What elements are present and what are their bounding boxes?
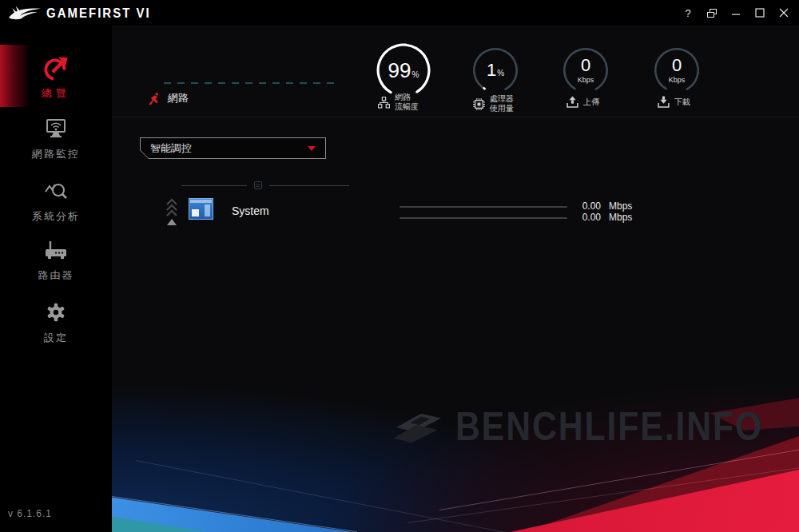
gauge-unit: Kbps [578,76,594,84]
gauge-label-line1: 上傳 [583,97,599,108]
gauge-network-smoothness: 99 % [374,41,433,100]
titlebar: GAMEFIRST VI ? [0,0,799,26]
network-section-text: 網路 [168,91,189,105]
list-divider [181,181,349,190]
download-rate-bar [400,217,567,219]
window-controls: ? [679,4,799,22]
network-monitor-icon [0,115,112,142]
sidebar: 總覽 網路監控 系統分析 [0,26,112,532]
router-icon [0,236,112,264]
gauge-value: 0 [672,57,682,74]
system-analysis-icon [0,177,112,204]
sidebar-item-network-monitor[interactable]: 網路監控 [0,115,112,161]
always-on-top-icon[interactable] [703,4,721,22]
cpu-icon [473,98,485,110]
close-icon[interactable] [775,4,793,22]
sidebar-item-system-analysis[interactable]: 系統分析 [0,177,112,224]
sidebar-item-label: 總覽 [0,86,112,101]
sidebar-item-label: 路由器 [0,268,112,283]
upload-rate-unit: Mbps [609,200,632,212]
download-rate-value: 0.00 [572,212,601,223]
sidebar-item-settings[interactable]: 設定 [0,299,112,345]
gauge-unit: % [412,69,419,81]
gauge-label-line2: 流暢度 [395,102,419,112]
network-nodes-icon [378,97,390,109]
gauge-cpu-usage: 1 % [471,46,520,95]
gauge-label-line2: 使用量 [490,104,514,113]
app-title: GAMEFIRST VI [46,6,151,20]
upload-rate-bar [400,206,567,208]
priority-control[interactable] [165,198,178,230]
runner-icon [147,92,161,105]
divider-badge-icon [253,181,263,190]
gauge-upload: 0 Kbps [561,46,610,95]
sidebar-item-router[interactable]: 路由器 [0,236,112,283]
section-dashed-line [164,82,334,84]
app-version: v 6.1.6.1 [8,508,52,519]
watermark-text: BENCHLIFE.INFO [455,404,763,450]
chevron-down-icon [308,146,316,151]
watermark: BENCHLIFE.INFO [390,406,780,449]
gauge-label-line1: 處理器 [490,94,514,104]
sidebar-item-label: 網路監控 [0,147,112,161]
gauge-value: 0 [581,57,590,74]
watermark-logo-icon [390,406,446,449]
settings-gear-icon [0,299,112,326]
gamefirst-window: { "titlebar": { "app_title": "GAMEFIRST … [0,0,799,532]
help-icon[interactable]: ? [679,4,697,22]
gauge-label-cpu-usage: 處理器 使用量 [473,94,514,113]
rog-logo-icon [6,2,43,23]
sidebar-item-overview[interactable]: 總覽 [0,54,112,101]
mode-dropdown[interactable]: 智能調控 [140,137,326,159]
overview-gauge-icon [0,54,112,81]
network-section-label: 網路 [147,91,189,105]
gauge-label-upload: 上傳 [566,96,599,108]
minimize-icon[interactable] [727,4,745,22]
system-app-icon [189,198,213,220]
download-icon [658,96,670,108]
gauge-label-network-smoothness: 網路 流暢度 [378,93,419,112]
upload-rate-value: 0.00 [572,200,601,212]
sidebar-item-label: 設定 [0,331,112,345]
gauge-unit: % [497,67,504,79]
header-divider [112,117,799,117]
dropdown-value: 智能調控 [150,141,192,156]
gauge-value: 1 [487,62,496,79]
gauge-label-download: 下載 [658,96,690,108]
gauge-download: 0 Kbps [652,46,702,95]
gauge-label-line1: 下載 [674,97,690,108]
divider-segment [181,185,247,186]
sidebar-item-label: 系統分析 [0,209,112,224]
main-content: BENCHLIFE.INFO 網路 99 % 網路 [112,26,799,532]
divider-segment [269,185,349,186]
gauge-value: 99 [388,60,411,81]
upload-icon [566,96,578,108]
app-name: System [232,204,269,217]
maximize-icon[interactable] [751,4,769,22]
gauge-unit: Kbps [669,76,686,84]
gauge-label-line1: 網路 [395,93,419,102]
download-rate-unit: Mbps [609,212,632,223]
